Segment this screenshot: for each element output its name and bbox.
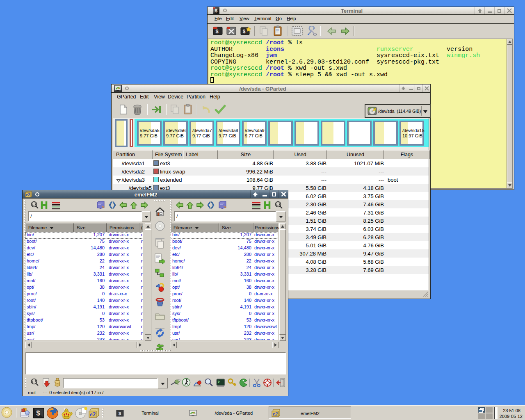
svg-text:$: $ [119,411,121,416]
svg-text:e2: e2 [90,411,96,418]
svg-text:$: $ [37,410,40,417]
svg-text:e2: e2 [273,411,278,417]
svg-text:$: $ [215,28,219,34]
svg-text:$: $ [243,29,246,34]
